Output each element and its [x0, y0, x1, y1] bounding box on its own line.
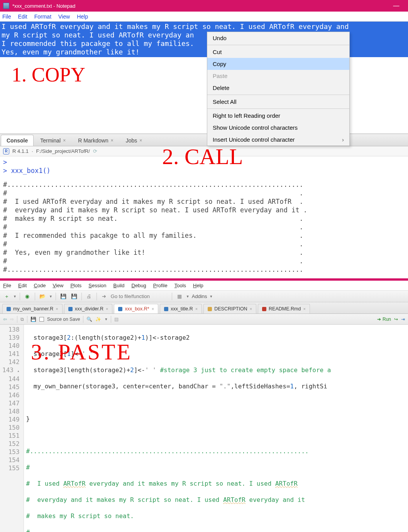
context-menu: Undo Cut Copy Paste Delete Select All Ri…	[207, 32, 350, 146]
working-directory[interactable]: F:/Side_project/ARTofR/	[36, 148, 90, 154]
menu-help[interactable]: Help	[193, 283, 203, 288]
console-path-bar: R R 4.1.1 · F:/Side_project/ARTofR/ ⟳	[0, 146, 408, 156]
ctx-insert-unicode[interactable]: Insert Unicode control character	[207, 134, 349, 146]
editor-file-tabs: my_own_banner.R× xxx_divider.R× xxx_box.…	[0, 302, 408, 314]
menu-format[interactable]: Format	[34, 14, 51, 20]
ctx-undo[interactable]: Undo	[207, 32, 349, 44]
annotation-copy: 1. COPY	[12, 63, 85, 86]
minimize-button[interactable]: —	[388, 2, 405, 9]
console-out-line: # makes my R script so neat. .	[3, 214, 405, 223]
back-button[interactable]: ⇦	[3, 317, 7, 322]
save-button[interactable]: 💾	[30, 317, 36, 322]
print-button[interactable]: 🖨	[85, 292, 93, 301]
new-file-button[interactable]: ＋	[2, 292, 11, 301]
console-out-line: # I recommended this pacakge to all my f…	[3, 231, 405, 240]
console-out-line: # I used ARTofR everyday and it makes my…	[3, 197, 405, 206]
goto-file-input[interactable]	[111, 293, 169, 299]
close-icon[interactable]: ×	[63, 138, 66, 143]
refresh-icon[interactable]: ⟳	[93, 148, 97, 154]
ctx-delete[interactable]: Delete	[207, 82, 349, 94]
forward-button[interactable]: ⇨	[10, 317, 14, 322]
r-version: R 4.1.1	[12, 148, 29, 154]
console-out-line: # .	[3, 223, 405, 231]
menu-profile[interactable]: Profile	[153, 283, 168, 288]
grid-button[interactable]: ▦	[175, 292, 184, 301]
close-icon[interactable]: ×	[139, 138, 142, 143]
notepad-app-icon	[3, 3, 9, 9]
dropdown-arrow-icon[interactable]: ▼	[49, 295, 52, 298]
code-editor[interactable]: 3. PASTE 138 139 140 141 142 143 ▴ 144 1…	[0, 325, 408, 532]
menu-code[interactable]: Code	[34, 283, 46, 288]
wand-button[interactable]: ✨	[95, 317, 101, 322]
close-icon[interactable]: ×	[106, 307, 108, 311]
console-out-line: # .	[3, 257, 405, 265]
menu-edit[interactable]: Edit	[18, 14, 27, 20]
addins-button[interactable]: Addins	[192, 293, 207, 299]
ctx-separator	[207, 108, 349, 109]
menu-session[interactable]: Session	[88, 283, 106, 288]
menu-file[interactable]: File	[2, 14, 11, 20]
desc-file-icon	[208, 307, 212, 311]
console-out-line: # Yes, even my grandmother like it! .	[3, 248, 405, 257]
source-button[interactable]: ⇥	[401, 317, 405, 322]
save-button[interactable]: 💾	[59, 292, 68, 301]
menu-debug[interactable]: Debug	[132, 283, 146, 288]
close-icon[interactable]: ×	[56, 307, 58, 311]
close-icon[interactable]: ×	[152, 307, 154, 311]
close-icon[interactable]: ×	[111, 138, 113, 143]
source-on-save-label: Source on Save	[47, 317, 80, 322]
menu-view[interactable]: View	[52, 283, 63, 288]
menu-edit[interactable]: Edit	[18, 283, 27, 288]
menu-build[interactable]: Build	[113, 283, 125, 288]
tab-jobs[interactable]: Jobs×	[120, 135, 148, 146]
source-on-save-checkbox[interactable]	[39, 317, 44, 322]
console-out-line: # everyday and it makes my R script so n…	[3, 206, 405, 214]
find-button[interactable]: 🔍	[86, 317, 92, 322]
console-prompt: >	[3, 167, 7, 175]
fold-icon[interactable]: ▴	[17, 369, 20, 373]
ctx-select-all[interactable]: Select All	[207, 96, 349, 108]
new-project-button[interactable]: ◉	[23, 292, 32, 301]
file-tab[interactable]: xxx_divider.R×	[64, 304, 113, 313]
console-output[interactable]: 2. CALL > > xxx_box1() #................…	[0, 156, 408, 278]
dropdown-arrow-icon[interactable]: ▼	[186, 295, 190, 298]
file-tab[interactable]: xxx_title.R×	[160, 304, 202, 313]
ctx-cut[interactable]: Cut	[207, 46, 349, 58]
ctx-show-unicode[interactable]: Show Unicode control characters	[207, 122, 349, 134]
tab-terminal[interactable]: Terminal×	[34, 135, 71, 146]
close-icon[interactable]: ×	[195, 307, 198, 311]
menu-view[interactable]: View	[58, 14, 70, 20]
rerun-button[interactable]: ↪	[394, 317, 398, 322]
goto-icon: ➜	[100, 292, 108, 301]
menu-file[interactable]: File	[3, 283, 11, 288]
ctx-copy[interactable]: Copy	[207, 58, 349, 70]
file-tab[interactable]: my_own_banner.R×	[2, 304, 63, 313]
open-file-button[interactable]: 📂	[38, 292, 47, 301]
menu-tools[interactable]: Tools	[174, 283, 186, 288]
ctx-rtl[interactable]: Right to left Reading order	[207, 110, 349, 122]
close-icon[interactable]: ×	[250, 307, 252, 311]
report-button[interactable]: ▤	[114, 317, 119, 322]
notepad-editor-area[interactable]: I used ARTofR everyday and it makes my R…	[0, 22, 408, 134]
notepad-titlebar[interactable]: *xxx_comment.txt - Notepad —	[0, 0, 408, 12]
file-tab-active[interactable]: xxx_box.R*×	[114, 304, 158, 313]
file-tab[interactable]: README.Rmd×	[258, 304, 310, 313]
save-all-button[interactable]: 💾	[70, 292, 78, 301]
menu-plots[interactable]: Plots	[70, 283, 81, 288]
ctx-separator	[207, 95, 349, 95]
dropdown-arrow-icon[interactable]: ▼	[210, 295, 213, 298]
run-button[interactable]: ➔ Run	[377, 317, 391, 322]
dropdown-arrow-icon[interactable]: ▼	[104, 317, 108, 321]
console-out-line: #.......................................…	[3, 180, 405, 189]
menu-help[interactable]: Help	[77, 14, 88, 20]
file-tab[interactable]: DESCRIPTION×	[203, 304, 256, 313]
code-area[interactable]: storage3[2:(length(storage2)+1)]<-storag…	[24, 325, 334, 532]
tab-console[interactable]: Console	[1, 135, 34, 146]
line-gutter: 138 139 140 141 142 143 ▴ 144 145 146 14…	[0, 325, 24, 532]
close-icon[interactable]: ×	[303, 307, 305, 311]
show-in-new-window-button[interactable]: ⧉	[20, 317, 24, 322]
tab-rmarkdown[interactable]: R Markdown×	[72, 135, 119, 146]
dropdown-arrow-icon[interactable]: ▼	[13, 295, 17, 298]
r-file-icon	[164, 307, 168, 311]
ctx-paste: Paste	[207, 70, 349, 82]
